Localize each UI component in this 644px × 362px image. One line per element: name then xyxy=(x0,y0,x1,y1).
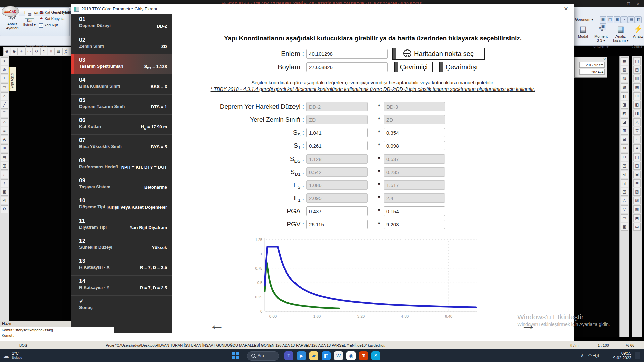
left-toolbar-icon[interactable]: ○ xyxy=(1,92,8,100)
right-toolbar-icon[interactable]: △ xyxy=(621,197,628,204)
taskbar-app-chrome[interactable]: ◉ xyxy=(346,351,356,360)
left-toolbar-icon[interactable]: ▣ xyxy=(1,188,8,196)
start-button[interactable] xyxy=(232,352,239,359)
cevrimdisi-button[interactable]: Çevrimdışı xyxy=(439,62,484,72)
right-toolbar-icon[interactable]: ▧ xyxy=(621,66,628,74)
right-toolbar-icon[interactable]: ◱ xyxy=(633,162,641,170)
right-toolbar-icon[interactable]: ⊞ xyxy=(621,127,628,135)
sidebar-item[interactable]: 11 Diyafram Tipi Yarı Rijit Diyafram xyxy=(71,215,172,235)
tray-chevron-icon[interactable]: ∧ xyxy=(581,353,584,358)
prev-arrow-button[interactable]: ← xyxy=(209,318,225,331)
minimize-button[interactable]: ─ xyxy=(615,1,623,6)
right-toolbar-icon[interactable]: ⊠ xyxy=(621,144,628,152)
right-toolbar-icon[interactable]: ◧ xyxy=(633,101,641,109)
sidebar-item[interactable]: 10 Döşeme Tipi Kirişli veya Kaset Döşeme… xyxy=(71,195,172,215)
param-input-primary[interactable] xyxy=(306,141,368,150)
search-box[interactable]: Ara xyxy=(247,351,279,361)
taskbar-app-office[interactable]: ⊞ xyxy=(359,351,368,360)
sidebar-item[interactable]: 06 Kat Kotları HN = 17.90 m xyxy=(71,114,172,134)
taskbar-app-explorer[interactable]: ▰ xyxy=(309,351,318,360)
right-toolbar-icon[interactable]: ⊟ xyxy=(633,171,641,178)
sidebar-item[interactable]: 02 Zemin Sınıfı ZD xyxy=(71,34,172,54)
cevrimici-button[interactable]: Çevrimiçi xyxy=(394,62,433,72)
right-toolbar-icon[interactable]: ▩ xyxy=(621,83,628,91)
left-toolbar-icon[interactable]: A xyxy=(1,136,8,143)
units-indicator[interactable]: tf / m xyxy=(570,341,578,349)
panel-close-icon[interactable]: ✕ xyxy=(603,57,606,61)
left-toolbar-icon[interactable]: ⌂ xyxy=(1,118,8,126)
right-toolbar-icon[interactable]: ⊡ xyxy=(621,153,628,161)
right-toolbar-icon[interactable]: ◨ xyxy=(621,101,628,109)
notification-corner[interactable] xyxy=(635,352,640,359)
sidebar-item[interactable]: ✓ Sonuç xyxy=(71,295,172,315)
left-toolbar-icon[interactable]: ◰ xyxy=(1,197,8,204)
kat-listesi-button[interactable]: ▦ Kat listesi ▾ xyxy=(22,10,37,27)
right-toolbar-icon[interactable]: ⊠ xyxy=(633,179,641,187)
right-toolbar-icon[interactable]: ◰ xyxy=(633,153,641,161)
right-toolbar-icon[interactable]: △ xyxy=(633,118,641,126)
left-toolbar-icon[interactable]: ⌒ xyxy=(1,110,8,117)
maximize-button[interactable]: ❐ xyxy=(625,1,633,6)
taskbar-app-teams[interactable]: T xyxy=(284,351,293,360)
right-toolbar-icon[interactable]: ▭ xyxy=(633,223,641,231)
sidebar-item[interactable]: 13 R Katsayısı - X R = 7, D = 2.5 xyxy=(71,255,172,275)
right-toolbar-icon[interactable]: ▣ xyxy=(633,214,641,222)
right-toolbar-icon[interactable]: ◱ xyxy=(621,171,628,178)
sidebar-item[interactable]: 12 Süneklik Düzeyi Yüksek xyxy=(71,235,172,255)
clock[interactable]: 09:55 9.02.2023 xyxy=(613,351,631,360)
left-toolbar-icon[interactable]: ↔ xyxy=(1,171,8,178)
param-input-primary[interactable] xyxy=(306,206,368,216)
left-toolbar-icon[interactable]: ╱ xyxy=(1,101,8,109)
kat-genel-ayarlari-button[interactable]: ≣ Kat Genel Ayarları xyxy=(39,10,74,15)
speaker-icon[interactable]: ◄)) xyxy=(592,353,599,358)
right-toolbar-icon[interactable]: ▩ xyxy=(633,205,641,213)
right-toolbar-icon[interactable]: ▦ xyxy=(633,83,641,91)
view-icon[interactable]: ▤ xyxy=(628,16,635,23)
param-input-secondary[interactable] xyxy=(384,141,445,150)
command-box[interactable]: Komut : storyset/katgenel/ss/kg Komut : xyxy=(0,327,114,341)
toolstrip-icon[interactable]: ▦ xyxy=(55,48,62,55)
toolstrip-icon[interactable]: ⊕ xyxy=(3,48,10,55)
toolstrip-icon[interactable]: ⌖ xyxy=(18,48,25,55)
boylam-input[interactable] xyxy=(306,62,388,72)
taskbar-app-camera[interactable]: ▶ xyxy=(297,351,306,360)
right-toolbar-icon[interactable]: ▧ xyxy=(633,188,641,196)
view-icon[interactable]: ◫ xyxy=(607,16,613,23)
left-toolbar-icon[interactable]: ⚙ xyxy=(1,205,8,213)
left-toolbar-icon[interactable]: ▭ xyxy=(1,83,8,91)
view-icon[interactable]: ▦ xyxy=(600,16,606,23)
wifi-icon[interactable]: ◠ xyxy=(588,353,592,358)
close-button[interactable]: ✕ xyxy=(634,1,642,6)
right-toolbar-icon[interactable]: ▽ xyxy=(621,205,628,213)
zoom-indicator[interactable]: % 66 xyxy=(626,341,634,349)
sidebar-item[interactable]: 01 Deprem Düzeyi DD-2 xyxy=(71,14,172,34)
right-toolbar-icon[interactable]: ▤ xyxy=(633,66,641,74)
right-toolbar-icon[interactable]: ● xyxy=(633,144,641,152)
left-toolbar-icon[interactable]: ⊕ xyxy=(1,66,8,74)
right-toolbar-icon[interactable]: ▨ xyxy=(633,197,641,204)
scale-indicator[interactable]: 1 : 100 xyxy=(598,341,609,349)
haritadan-nokta-sec-button[interactable]: Haritadan nokta seç xyxy=(392,48,485,60)
toolstrip-icon[interactable]: ↻ xyxy=(40,48,47,55)
toolstrip-icon[interactable]: ⌗ xyxy=(48,48,55,55)
param-input-primary[interactable] xyxy=(306,220,368,229)
yapi-agaci-tab[interactable]: Yapı Ağacı xyxy=(9,67,16,91)
sidebar-item[interactable]: 03 Tasarım Spektrumları SDS = 1.128 xyxy=(71,54,172,74)
sidebar-item[interactable]: 05 Deprem Tasarım Sınıfı DTS = 1 xyxy=(71,94,172,114)
view-icon[interactable]: ◧ xyxy=(635,16,642,23)
right-toolbar-icon[interactable]: ▨ xyxy=(621,75,628,82)
left-toolbar-icon[interactable]: ◫ xyxy=(1,162,8,170)
right-toolbar-icon[interactable]: ▥ xyxy=(633,75,641,82)
param-input-secondary[interactable] xyxy=(384,220,445,229)
analiz-button[interactable]: ⚡Analiz xyxy=(633,24,643,45)
sidebar-item[interactable]: 07 Bina Yükseklik Sınıfı BYS = 5 xyxy=(71,134,172,155)
modal-button[interactable]: ▤Modal xyxy=(574,24,592,45)
right-toolbar-icon[interactable]: ◰ xyxy=(621,162,628,170)
right-toolbar-icon[interactable]: ▭ xyxy=(621,214,628,222)
enlem-input[interactable] xyxy=(306,49,388,59)
toolstrip-icon[interactable]: ╳ xyxy=(62,48,69,55)
param-input-primary[interactable] xyxy=(306,128,368,137)
view-icon[interactable]: ◔ xyxy=(621,16,628,23)
moment-button[interactable]: ∿Moment 3-3 ▾ xyxy=(592,24,610,45)
toolstrip-icon[interactable]: ⊖ xyxy=(11,48,18,55)
